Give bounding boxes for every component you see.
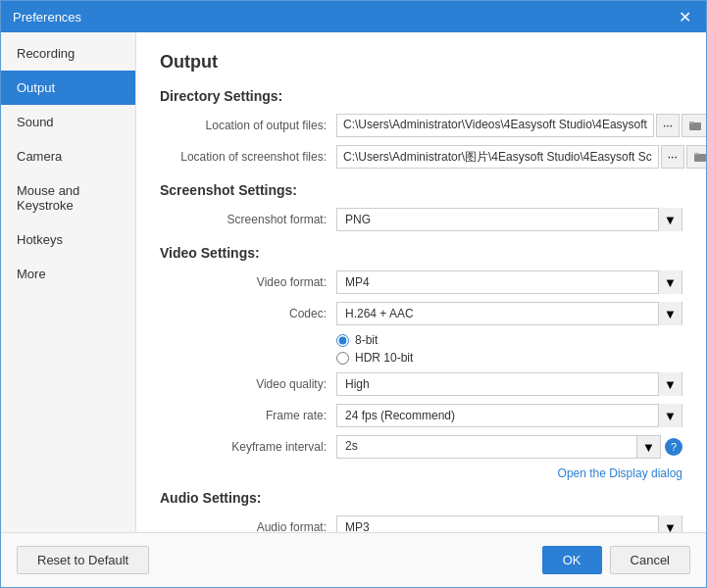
sidebar-item-recording[interactable]: Recording <box>1 36 135 71</box>
screenshot-browse-button[interactable] <box>686 145 706 169</box>
framerate-arrow: ▼ <box>658 404 682 427</box>
cancel-button[interactable]: Cancel <box>610 546 690 574</box>
keyframe-dropdown-arrow[interactable]: ▼ <box>637 435 661 459</box>
screenshot-format-value: PNG <box>337 210 658 229</box>
screenshot-settings-title: Screenshot Settings: <box>160 182 682 198</box>
codec-value: H.264 + AAC <box>337 304 658 323</box>
folder-icon <box>693 150 706 164</box>
reset-button[interactable]: Reset to Default <box>17 546 149 574</box>
directory-settings-title: Directory Settings: <box>160 88 682 104</box>
codec-label: Codec: <box>160 307 336 320</box>
bit8-row: 8-bit <box>336 333 682 347</box>
audio-settings-title: Audio Settings: <box>160 490 682 506</box>
hdr-radio[interactable] <box>336 352 349 365</box>
video-format-row: Video format: MP4 ▼ <box>160 270 682 294</box>
video-format-arrow: ▼ <box>658 270 682 294</box>
sidebar-item-output[interactable]: Output <box>1 71 135 105</box>
sidebar-item-mouse-keystroke[interactable]: Mouse and Keystroke <box>1 173 135 222</box>
bit-depth-row: 8-bit HDR 10-bit <box>160 333 682 365</box>
screenshot-path-value: C:\Users\Administrator\图片\4Easysoft Stud… <box>336 145 659 169</box>
display-dialog-link[interactable]: Open the Display dialog <box>558 466 682 480</box>
audio-format-row: Audio format: MP3 ▼ <box>160 515 682 532</box>
close-button[interactable]: ✕ <box>675 7 694 26</box>
title-bar: Preferences ✕ <box>1 1 706 32</box>
video-quality-value: High <box>337 374 658 394</box>
framerate-dropdown[interactable]: 24 fps (Recommend) ▼ <box>336 404 682 427</box>
screenshot-format-dropdown[interactable]: PNG ▼ <box>336 208 682 231</box>
screenshot-format-row: Screenshot format: PNG ▼ <box>160 208 682 231</box>
footer-right-buttons: OK Cancel <box>542 546 690 574</box>
keyframe-help-icon[interactable]: ? <box>665 438 682 456</box>
window-title: Preferences <box>13 10 81 24</box>
output-path-field: C:\Users\Administrator\Videos\4Easysoft … <box>336 114 706 137</box>
svg-rect-1 <box>689 122 694 123</box>
svg-rect-0 <box>689 122 701 130</box>
sidebar: Recording Output Sound Camera Mouse and … <box>1 32 136 532</box>
video-quality-label: Video quality: <box>160 377 336 391</box>
sidebar-item-hotkeys[interactable]: Hotkeys <box>1 222 135 257</box>
keyframe-row: Keyframe interval: 2s ▼ ? <box>160 435 682 459</box>
audio-format-arrow: ▼ <box>658 515 682 532</box>
main-content: Output Directory Settings: Location of o… <box>136 32 706 532</box>
audio-format-label: Audio format: <box>160 520 336 532</box>
output-more-button[interactable]: ··· <box>656 114 680 137</box>
framerate-label: Frame rate: <box>160 409 336 422</box>
keyframe-value: 2s <box>336 435 637 459</box>
codec-arrow: ▼ <box>658 302 682 325</box>
display-link-row: Open the Display dialog <box>160 466 682 480</box>
screenshot-path-row: Location of screenshot files: C:\Users\A… <box>160 145 682 169</box>
bit-depth-group: 8-bit HDR 10-bit <box>336 333 682 365</box>
keyframe-label: Keyframe interval: <box>160 440 336 454</box>
video-settings-title: Video Settings: <box>160 245 682 261</box>
ok-button[interactable]: OK <box>542 546 602 574</box>
preferences-window: Preferences ✕ Recording Output Sound Cam… <box>0 0 707 588</box>
bit8-radio[interactable] <box>336 334 349 347</box>
codec-dropdown[interactable]: H.264 + AAC ▼ <box>336 302 682 325</box>
framerate-value: 24 fps (Recommend) <box>337 406 658 425</box>
video-quality-row: Video quality: High ▼ <box>160 372 682 396</box>
audio-format-dropdown[interactable]: MP3 ▼ <box>336 515 682 532</box>
video-format-value: MP4 <box>337 272 658 292</box>
svg-rect-2 <box>694 154 706 162</box>
video-format-dropdown[interactable]: MP4 ▼ <box>336 270 682 294</box>
output-path-value: C:\Users\Administrator\Videos\4Easysoft … <box>336 114 654 137</box>
video-quality-dropdown[interactable]: High ▼ <box>336 372 682 396</box>
video-format-label: Video format: <box>160 275 336 289</box>
svg-rect-3 <box>694 153 699 155</box>
folder-icon <box>688 119 702 132</box>
codec-row: Codec: H.264 + AAC ▼ <box>160 302 682 325</box>
sidebar-item-sound[interactable]: Sound <box>1 105 135 139</box>
bit8-label: 8-bit <box>355 333 378 347</box>
framerate-row: Frame rate: 24 fps (Recommend) ▼ <box>160 404 682 427</box>
audio-format-value: MP3 <box>337 517 658 532</box>
page-title: Output <box>160 52 682 73</box>
keyframe-field: 2s ▼ <box>336 435 661 459</box>
output-path-row: Location of output files: C:\Users\Admin… <box>160 114 682 137</box>
video-quality-arrow: ▼ <box>658 372 682 396</box>
output-browse-button[interactable] <box>682 114 706 137</box>
content-area: Recording Output Sound Camera Mouse and … <box>1 32 706 532</box>
screenshot-format-arrow: ▼ <box>658 208 682 231</box>
output-path-label: Location of output files: <box>160 119 336 132</box>
sidebar-item-camera[interactable]: Camera <box>1 139 135 173</box>
screenshot-path-field: C:\Users\Administrator\图片\4Easysoft Stud… <box>336 145 706 169</box>
footer: Reset to Default OK Cancel <box>1 532 706 587</box>
screenshot-format-label: Screenshot format: <box>160 213 336 226</box>
sidebar-item-more[interactable]: More <box>1 257 135 291</box>
hdr-label: HDR 10-bit <box>355 351 413 365</box>
screenshot-more-button[interactable]: ··· <box>661 145 684 169</box>
hdr-row: HDR 10-bit <box>336 351 682 365</box>
screenshot-path-label: Location of screenshot files: <box>160 150 336 164</box>
